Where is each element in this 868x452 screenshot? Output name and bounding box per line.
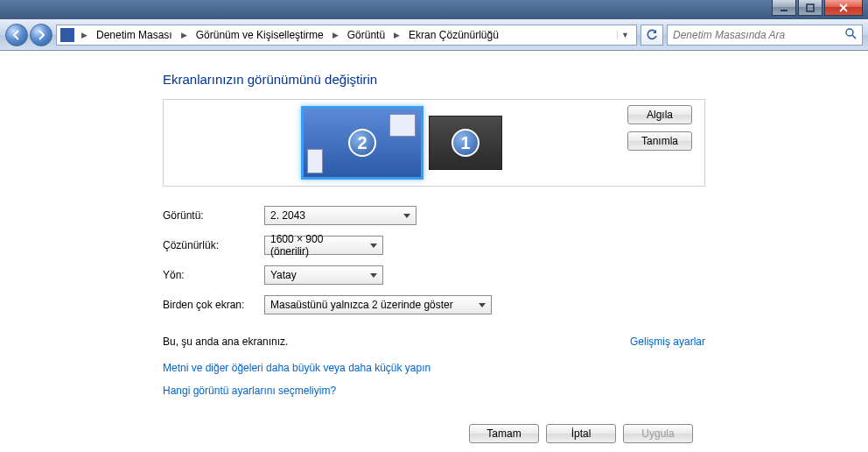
monitor-number: 1: [452, 129, 480, 157]
refresh-button[interactable]: [640, 25, 663, 46]
ok-button[interactable]: Tamam: [469, 424, 539, 443]
breadcrumb-item[interactable]: Ekran Çözünürlüğü: [407, 29, 500, 41]
dialog-buttons: Tamam İptal Uygula: [469, 424, 693, 443]
window-icon: [389, 114, 416, 137]
display-settings-form: Görüntü: 2. 2043 Çözünürlük: 1600 × 900 …: [163, 206, 705, 314]
orientation-select[interactable]: Yatay: [264, 265, 383, 285]
svg-line-3: [852, 35, 856, 39]
main-screen-status: Bu, şu anda ana ekranınız.: [163, 335, 288, 348]
window-titlebar: [0, 0, 868, 19]
forward-button[interactable]: [30, 24, 52, 46]
search-box[interactable]: [667, 25, 863, 46]
chevron-right-icon: ▶: [78, 31, 91, 39]
navigation-bar: ▶ Denetim Masası ▶ Görünüm ve Kişiselleş…: [0, 19, 868, 51]
apply-button[interactable]: Uygula: [623, 424, 693, 443]
breadcrumb-item[interactable]: Görüntü: [346, 29, 387, 41]
svg-rect-0: [780, 10, 788, 11]
window-icon: [307, 149, 323, 173]
breadcrumb-item[interactable]: Görünüm ve Kişiselleştirme: [194, 29, 326, 41]
resolution-label: Çözünürlük:: [163, 239, 264, 251]
minimize-button[interactable]: [772, 0, 796, 16]
display-label: Görüntü:: [163, 209, 264, 222]
search-input[interactable]: [673, 29, 845, 41]
text-size-link[interactable]: Metni ve diğer öğeleri daha büyük veya d…: [163, 362, 705, 374]
chevron-right-icon: ▶: [178, 31, 191, 39]
search-icon: [845, 28, 857, 42]
back-button[interactable]: [5, 24, 28, 46]
content-area: Ekranlarınızın görünümünü değiştirin 2 1…: [0, 51, 868, 452]
advanced-settings-link[interactable]: Gelişmiş ayarlar: [630, 335, 705, 348]
page-title: Ekranlarınızın görünümünü değiştirin: [163, 72, 705, 87]
maximize-button[interactable]: [798, 0, 822, 16]
monitor-1[interactable]: 1: [429, 116, 502, 170]
close-button[interactable]: [824, 0, 863, 16]
cancel-button[interactable]: İptal: [546, 424, 616, 443]
display-select[interactable]: 2. 2043: [264, 206, 416, 225]
address-bar[interactable]: ▶ Denetim Masası ▶ Görünüm ve Kişiselleş…: [56, 25, 637, 46]
orientation-label: Yön:: [163, 269, 264, 281]
chevron-right-icon: ▶: [390, 31, 403, 39]
monitor-arrangement-panel: 2 1 Algıla Tanımla: [163, 99, 705, 187]
identify-button[interactable]: Tanımla: [627, 131, 692, 151]
chevron-right-icon: ▶: [329, 31, 342, 39]
which-settings-link[interactable]: Hangi görüntü ayarlarını seçmeliyim?: [163, 385, 705, 397]
multi-display-label: Birden çok ekran:: [163, 299, 264, 311]
control-panel-icon: [60, 28, 74, 42]
detect-button[interactable]: Algıla: [627, 105, 692, 124]
address-dropdown[interactable]: ▼: [617, 31, 633, 39]
svg-point-2: [846, 29, 853, 36]
monitor-number: 2: [348, 129, 376, 157]
multi-display-select[interactable]: Masaüstünü yalnızca 2 üzerinde göster: [264, 295, 492, 314]
svg-rect-1: [807, 4, 814, 11]
resolution-select[interactable]: 1600 × 900 (önerilir): [264, 236, 383, 255]
breadcrumb-item[interactable]: Denetim Masası: [94, 29, 174, 41]
monitor-2[interactable]: 2: [301, 106, 424, 180]
